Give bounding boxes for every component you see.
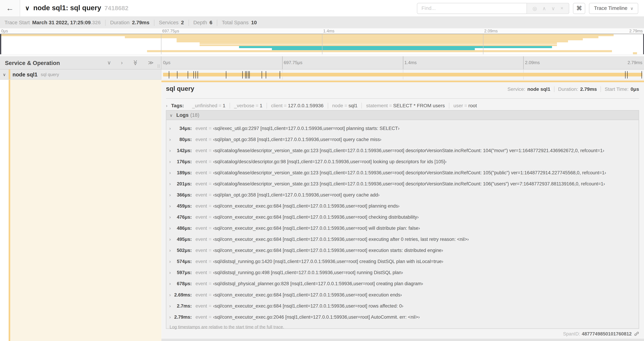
log-row[interactable]: › 366μs: event = ‹sql/plan_opt.go:358 [n… (166, 189, 639, 200)
log-marker-tick[interactable] (249, 71, 250, 78)
log-marker-tick[interactable] (246, 71, 247, 78)
expand-all-icon[interactable]: ≫ (143, 60, 154, 66)
log-marker-tick[interactable] (280, 71, 280, 78)
trace-view-selector-label: Trace Timeline (594, 5, 628, 11)
log-row[interactable]: › 495μs: event = ‹sql/conn_executor_exec… (166, 234, 639, 245)
log-equals: = (207, 203, 213, 208)
log-row[interactable]: › 678μs: event = ‹sql/distsql_physical_p… (166, 278, 639, 289)
service-operation-title: Service & Operation (5, 60, 97, 66)
span-detail-panel: sql query Service:node sql1 Duration:2.7… (161, 80, 644, 341)
span-name-cell[interactable]: ∨ node sql1 sql query (0, 70, 161, 80)
log-marker-tick[interactable] (245, 71, 245, 78)
log-row[interactable]: › 201μs: event = ‹sql/catalog/lease/desc… (166, 178, 639, 189)
trace-view-selector[interactable]: Trace Timeline ∨ (589, 3, 638, 14)
log-timestamp: 574μs: (174, 259, 192, 263)
expand-one-icon[interactable]: › (116, 60, 123, 66)
log-marker-tick[interactable] (262, 71, 262, 78)
minimap-span-bar (176, 38, 583, 40)
log-marker-tick[interactable] (266, 71, 266, 78)
log-marker-tick[interactable] (242, 71, 242, 78)
timeline-ruler[interactable]: 0μs697.75μs1.4ms2.09ms2.79ms (161, 56, 644, 69)
span-id-row: SpanID: 4877749850101760812 (563, 331, 639, 336)
chevron-right-icon: › (166, 303, 174, 308)
chevron-right-icon: › (166, 170, 174, 175)
log-key: event (196, 214, 207, 219)
trace-info-item: Total Spans 10 (217, 20, 261, 26)
log-row[interactable]: › 2.7ms: event = ‹sql/conn_executor_exec… (166, 300, 639, 311)
service-operation-header: Service & Operation ∨›≫≫ || (0, 56, 161, 69)
find-addon-icon[interactable]: ◎ (532, 5, 537, 12)
log-timestamp: 459μs: (174, 203, 192, 208)
span-summary-label: Duration: (558, 86, 578, 92)
span-bar-cell[interactable] (161, 70, 644, 80)
log-row[interactable]: › 176μs: event = ‹sql/catalog/descs/desc… (166, 156, 639, 167)
log-equals: = (207, 248, 213, 252)
logs-section: ∨ Logs (18) › 34μs: event = ‹sql/exec_ut… (166, 110, 639, 329)
log-key: event (196, 203, 207, 208)
log-timestamp: 2.69ms: (174, 292, 192, 297)
minimap-scrubber-handle[interactable] (0, 34, 1, 54)
log-row[interactable]: › 597μs: event = ‹sql/distsql_running.go… (166, 267, 639, 278)
minimap-scrubber-handle[interactable] (643, 34, 644, 54)
chevron-right-icon: › (166, 148, 174, 153)
link-icon[interactable] (634, 331, 639, 336)
log-marker-tick[interactable] (625, 71, 626, 78)
find-addon-icon[interactable]: ∧ (542, 5, 546, 12)
find-input[interactable] (417, 3, 527, 14)
log-row[interactable]: › 476μs: event = ‹sql/conn_executor_exec… (166, 211, 639, 222)
minimap-canvas[interactable] (0, 34, 644, 55)
log-equals: = (207, 225, 213, 230)
chevron-right-icon: › (166, 137, 174, 142)
log-marker-tick[interactable] (627, 71, 628, 78)
collapse-trace-header-icon[interactable]: ∨ (25, 5, 30, 12)
log-timestamp: 2.79ms: (174, 314, 192, 319)
logs-count: (18) (190, 112, 200, 118)
span-bar[interactable] (163, 73, 642, 76)
log-marker-tick[interactable] (193, 71, 194, 78)
find-addon-icon[interactable]: × (560, 5, 563, 11)
log-key: event (196, 137, 207, 142)
log-row[interactable]: › 189μs: event = ‹sql/catalog/lease/desc… (166, 167, 639, 178)
log-marker-tick[interactable] (196, 71, 196, 78)
log-row[interactable]: › 2.69ms: event = ‹sql/conn_executor_exe… (166, 289, 639, 300)
logs-header[interactable]: ∨ Logs (18) (166, 111, 639, 120)
span-summary-value: node sql1 (527, 86, 550, 92)
find-addon-icon[interactable]: ∨ (552, 5, 555, 12)
log-row[interactable]: › 459μs: event = ‹sql/conn_executor_exec… (166, 200, 639, 211)
chevron-right-icon: › (166, 248, 174, 252)
ruler-label: 1.4ms (404, 60, 417, 65)
log-marker-tick[interactable] (226, 71, 226, 78)
log-equals: = (207, 292, 213, 297)
log-marker-tick[interactable] (188, 71, 188, 78)
collapse-one-icon[interactable]: ∨ (102, 60, 111, 66)
trace-info-value: 2 (181, 20, 184, 26)
log-marker-tick[interactable] (248, 71, 248, 78)
log-row[interactable]: › 486μs: event = ‹sql/conn_executor_exec… (166, 222, 639, 233)
column-resizer-grip[interactable]: || (157, 64, 160, 68)
log-row[interactable]: › 2.79ms: event = ‹sql/conn_executor_exe… (166, 311, 639, 322)
collapse-all-icon[interactable]: ≫ (128, 60, 138, 66)
log-equals: = (207, 137, 213, 142)
log-row[interactable]: › 502μs: event = ‹sql/conn_executor_exec… (166, 245, 639, 256)
log-marker-tick[interactable] (177, 71, 177, 78)
log-marker-tick[interactable] (169, 71, 169, 78)
span-detail-summary: Service:node sql1 Duration:2.79ms Start … (504, 86, 639, 92)
tag-value: 1 (223, 103, 226, 109)
log-row[interactable]: › 574μs: event = ‹sql/distsql_running.go… (166, 256, 639, 267)
back-button[interactable]: ← (0, 0, 20, 17)
tags-row[interactable]: › Tags: _unfinished=1 _verbose=1 client=… (166, 102, 639, 110)
trace-info-value-suffix: .326 (91, 20, 101, 26)
log-marker-tick[interactable] (198, 71, 198, 78)
log-row[interactable]: › 34μs: event = ‹sql/exec_util.go:2297 [… (166, 123, 639, 134)
log-timestamp: 366μs: (174, 192, 192, 197)
span-collapse-icon[interactable]: ∨ (0, 72, 9, 77)
logs-list: › 34μs: event = ‹sql/exec_util.go:2297 [… (166, 120, 639, 322)
chevron-right-icon: › (166, 236, 174, 241)
keyboard-shortcuts-button[interactable]: ⌘ (573, 3, 585, 14)
log-marker-tick[interactable] (642, 71, 642, 78)
log-row[interactable]: › 142μs: event = ‹sql/catalog/lease/desc… (166, 145, 639, 156)
chevron-right-icon: › (166, 225, 174, 230)
minimap-span-bar (147, 50, 612, 52)
log-equals: = (207, 126, 213, 131)
log-row[interactable]: › 80μs: event = ‹sql/plan_opt.go:358 [ns… (166, 134, 639, 145)
